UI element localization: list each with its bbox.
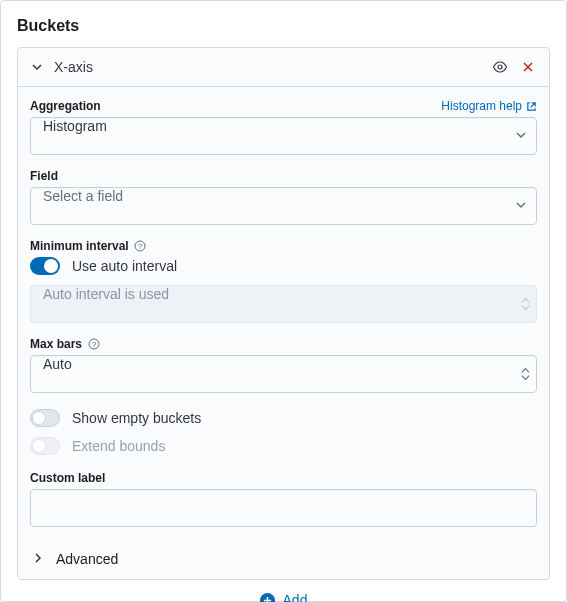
max-bars-label-row: Max bars ?	[30, 337, 537, 351]
panel-title: Buckets	[17, 17, 550, 35]
bucket-title: X-axis	[54, 59, 481, 75]
chevron-down-icon	[30, 60, 44, 74]
extend-bounds-toggle-row: Extend bounds	[30, 437, 537, 455]
field-label-row: Field	[30, 169, 537, 183]
extend-bounds-label: Extend bounds	[72, 438, 165, 454]
plus-circle-icon	[260, 593, 275, 603]
aggregation-label: Aggregation	[30, 99, 101, 113]
bucket-body: Aggregation Histogram help Histogram Fie…	[18, 86, 549, 579]
svg-text:?: ?	[138, 242, 143, 251]
aggregation-label-row: Aggregation Histogram help	[30, 99, 537, 113]
add-label: Add	[283, 592, 308, 602]
show-empty-toggle-row: Show empty buckets	[30, 409, 537, 427]
buckets-panel: Buckets X-axis Aggregation Histogram hel…	[0, 0, 567, 602]
max-bars-input[interactable]: Auto	[30, 355, 537, 393]
advanced-toggle[interactable]: Advanced	[30, 543, 537, 579]
histogram-help-link[interactable]: Histogram help	[441, 99, 537, 113]
eye-icon[interactable]	[491, 58, 509, 76]
stepper-icon	[521, 298, 530, 311]
min-interval-label-row: Minimum interval ?	[30, 239, 537, 253]
help-icon[interactable]: ?	[87, 338, 100, 351]
auto-interval-toggle-row: Use auto interval	[30, 257, 537, 275]
field-label: Field	[30, 169, 58, 183]
show-empty-label: Show empty buckets	[72, 410, 201, 426]
min-interval-label: Minimum interval	[30, 239, 129, 253]
max-bars-label: Max bars	[30, 337, 82, 351]
field-select[interactable]: Select a field	[30, 187, 537, 225]
custom-label-label: Custom label	[30, 471, 105, 485]
auto-interval-toggle[interactable]	[30, 257, 60, 275]
custom-label-row: Custom label	[30, 471, 537, 485]
chevron-right-icon	[32, 551, 44, 567]
bucket-header[interactable]: X-axis	[18, 48, 549, 86]
auto-interval-label: Use auto interval	[72, 258, 177, 274]
aggregation-select[interactable]: Histogram	[30, 117, 537, 155]
bucket-config: X-axis Aggregation Histogram help Histog…	[17, 47, 550, 580]
advanced-label: Advanced	[56, 551, 118, 567]
extend-bounds-toggle	[30, 437, 60, 455]
show-empty-toggle[interactable]	[30, 409, 60, 427]
svg-point-0	[498, 65, 502, 69]
external-link-icon	[526, 101, 537, 112]
stepper-icon[interactable]	[521, 368, 530, 381]
help-icon[interactable]: ?	[134, 240, 147, 253]
custom-label-input[interactable]	[30, 489, 537, 527]
min-interval-input: Auto interval is used	[30, 285, 537, 323]
add-button[interactable]: Add	[17, 580, 550, 602]
svg-text:?: ?	[91, 340, 96, 349]
close-icon[interactable]	[519, 58, 537, 76]
